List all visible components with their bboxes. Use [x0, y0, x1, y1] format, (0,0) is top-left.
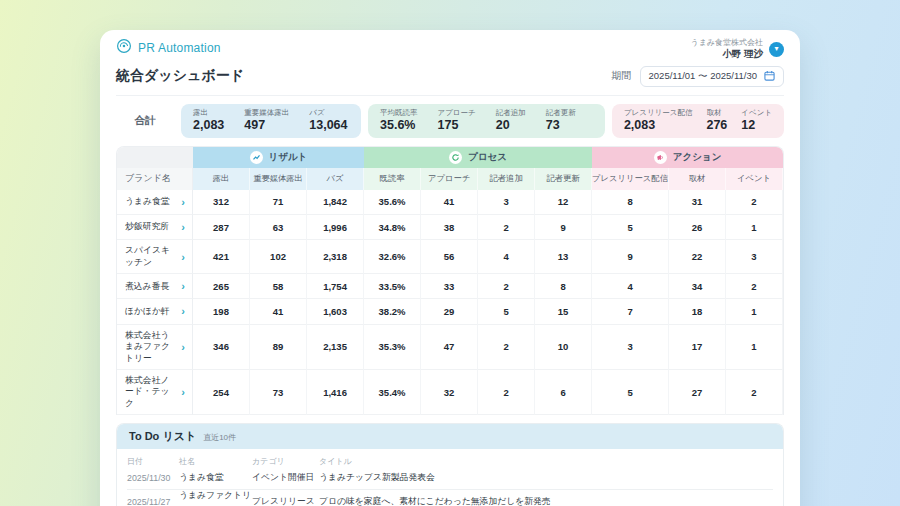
summary-metric: 露出2,083 — [193, 109, 224, 132]
chevron-right-icon: › — [181, 250, 185, 264]
metric-value: 20 — [496, 119, 526, 132]
brand-name: ほかほか軒 — [125, 306, 170, 317]
metric-label: 記者追加 — [496, 109, 526, 117]
account-menu[interactable]: うまみ食堂株式会社 小野 理沙 ▾ — [690, 38, 784, 61]
metric-cell: 9 — [535, 215, 592, 240]
topbar: PR Automation うまみ食堂株式会社 小野 理沙 ▾ — [116, 38, 784, 61]
brand-row-link[interactable]: 煮込み番長› — [117, 274, 193, 299]
brand-row-link[interactable]: ほかほか軒› — [117, 299, 193, 324]
metric-cell: 2 — [478, 325, 535, 370]
metric-cell: 38 — [421, 215, 478, 240]
todo-table: 日付社名カテゴリタイトル 2025/11/30うまみ食堂イベント開催日うまみチッ… — [117, 449, 783, 506]
summary-totals-row: 合計 露出2,083重要媒体露出497バズ13,064 平均既読率35.6%アプ… — [116, 104, 784, 138]
period-control: 期間 2025/11/01 〜 2025/11/30 — [612, 66, 784, 87]
account-text: うまみ食堂株式会社 小野 理沙 — [690, 38, 763, 61]
chevron-right-icon: › — [181, 385, 185, 399]
metric-cell: 9 — [592, 240, 669, 274]
metric-cell: 89 — [250, 325, 307, 370]
summary-action-box: プレスリリース配信2,083取材276イベント12 — [612, 104, 784, 138]
metric-cell: 8 — [592, 190, 669, 215]
chevron-right-icon: › — [181, 340, 185, 354]
metric-cell: 8 — [535, 274, 592, 299]
metric-cell: 2,135 — [307, 325, 364, 370]
metric-cell: 5 — [592, 215, 669, 240]
column-header-brand: ブランド名 — [117, 168, 193, 190]
column-header: 記者追加 — [478, 168, 535, 190]
column-header: 露出 — [193, 168, 250, 190]
todo-header: To Do リスト 直近10件 — [117, 424, 783, 449]
metric-cell: 1,996 — [307, 215, 364, 240]
metric-value: 497 — [244, 119, 289, 132]
todo-company: うまみ食堂 — [179, 472, 252, 484]
metric-cell: 1 — [726, 299, 783, 324]
todo-row[interactable]: 2025/11/27うまみファクトリープレスリリースプロの味を家庭へ、素材にこだ… — [127, 490, 773, 506]
todo-column-header: 社名 — [179, 456, 252, 467]
metric-cell: 5 — [592, 370, 669, 415]
todo-category: プレスリリース — [252, 496, 319, 506]
brand-row-link[interactable]: 株式会社ノード・テック› — [117, 370, 193, 415]
metric-cell: 17 — [669, 325, 726, 370]
todo-section: To Do リスト 直近10件 日付社名カテゴリタイトル 2025/11/30う… — [116, 423, 784, 506]
todo-row[interactable]: 2025/11/30うまみ食堂イベント開催日うまみチップス新製品発表会 — [127, 467, 773, 490]
metric-cell: 4 — [592, 274, 669, 299]
summary-metric: バズ13,064 — [309, 109, 347, 132]
metric-cell: 1,603 — [307, 299, 364, 324]
summary-result-box: 露出2,083重要媒体露出497バズ13,064 — [181, 104, 361, 138]
brand-name: 株式会社ノード・テック — [125, 375, 177, 409]
metric-cell: 6 — [535, 370, 592, 415]
metric-cell: 1,842 — [307, 190, 364, 215]
summary-metric: 平均既読率35.6% — [380, 109, 418, 132]
brand-metrics-table: リザルトプロセスアクションブランド名露出重要媒体露出バズ既読率アプローチ記者追加… — [116, 146, 784, 416]
brand-row-link[interactable]: 株式会社うまみファクトリー› — [117, 325, 193, 370]
summary-metric: プレスリリース配信2,083 — [624, 109, 693, 132]
period-picker[interactable]: 2025/11/01 〜 2025/11/30 — [640, 66, 784, 87]
metric-cell: 1,416 — [307, 370, 364, 415]
metric-label: 露出 — [193, 109, 224, 117]
metric-cell: 22 — [669, 240, 726, 274]
brand-row-link[interactable]: 炒飯研究所› — [117, 215, 193, 240]
table-corner-spacer — [117, 147, 193, 168]
metric-cell: 56 — [421, 240, 478, 274]
metric-cell: 2 — [726, 190, 783, 215]
metric-cell: 3 — [478, 190, 535, 215]
todo-column-headers: 日付社名カテゴリタイトル — [127, 455, 773, 467]
todo-date: 2025/11/27 — [127, 497, 179, 506]
metric-cell: 2 — [478, 274, 535, 299]
metric-cell: 35.6% — [364, 190, 421, 215]
column-header: バズ — [307, 168, 364, 190]
metric-cell: 34 — [669, 274, 726, 299]
metric-cell: 102 — [250, 240, 307, 274]
chevron-right-icon: › — [181, 220, 185, 234]
metric-cell: 35.4% — [364, 370, 421, 415]
summary-metric: イベント12 — [741, 109, 772, 132]
metric-cell: 7 — [592, 299, 669, 324]
metric-cell: 1 — [726, 325, 783, 370]
metric-cell: 63 — [250, 215, 307, 240]
metric-cell: 41 — [421, 190, 478, 215]
metric-cell: 1,754 — [307, 274, 364, 299]
app-logo[interactable]: PR Automation — [116, 38, 221, 58]
metric-cell: 34.8% — [364, 215, 421, 240]
column-header: プレスリリース配信 — [592, 168, 669, 190]
metric-cell: 254 — [193, 370, 250, 415]
metric-value: 73 — [546, 119, 576, 132]
metric-cell: 33.5% — [364, 274, 421, 299]
group-header-result: リザルト — [193, 147, 364, 168]
group-header-label: リザルト — [269, 151, 308, 164]
metric-value: 2,083 — [624, 119, 693, 132]
todo-column-header: 日付 — [127, 456, 179, 467]
metric-cell: 287 — [193, 215, 250, 240]
chevron-right-icon: › — [181, 195, 185, 209]
pr-automation-logo-icon — [116, 38, 132, 58]
todo-column-header: カテゴリ — [252, 456, 319, 467]
metric-label: バズ — [309, 109, 347, 117]
column-header: 重要媒体露出 — [250, 168, 307, 190]
group-header-label: プロセス — [468, 151, 507, 164]
group-header-label: アクション — [673, 151, 722, 164]
brand-row-link[interactable]: うまみ食堂› — [117, 190, 193, 215]
account-avatar[interactable]: ▾ — [769, 42, 784, 57]
brand-row-link[interactable]: スパイスキッチン› — [117, 240, 193, 274]
todo-date: 2025/11/30 — [127, 473, 179, 483]
metric-label: 取材 — [706, 109, 727, 117]
summary-metric: アプローチ175 — [438, 109, 476, 132]
